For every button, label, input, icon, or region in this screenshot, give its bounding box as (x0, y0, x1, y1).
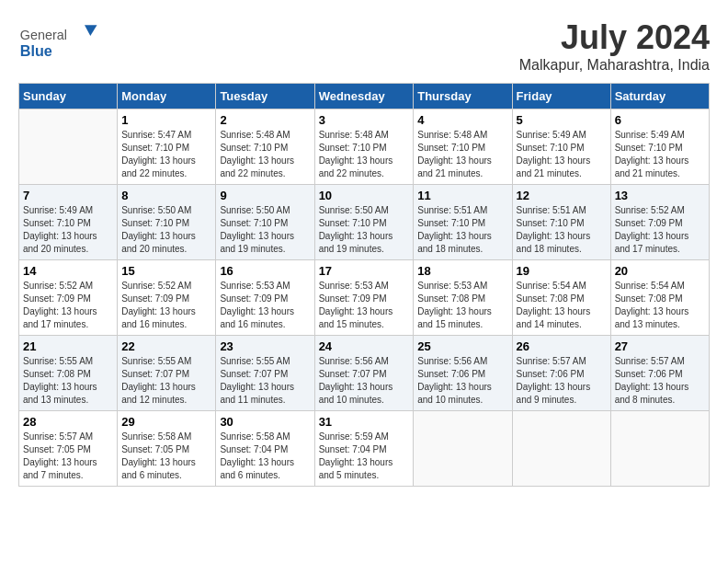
calendar-week-row: 28Sunrise: 5:57 AMSunset: 7:05 PMDayligh… (19, 411, 710, 487)
logo-svg: General Blue (18, 18, 101, 69)
calendar-cell: 25Sunrise: 5:56 AMSunset: 7:06 PMDayligh… (414, 336, 512, 411)
calendar-cell: 3Sunrise: 5:48 AMSunset: 7:10 PMDaylight… (314, 109, 414, 185)
cell-date: 18 (417, 264, 507, 278)
cell-info: Sunrise: 5:52 AMSunset: 7:09 PMDaylight:… (23, 280, 113, 331)
col-saturday: Saturday (610, 84, 709, 109)
cell-date: 9 (220, 189, 310, 202)
cell-info: Sunrise: 5:57 AMSunset: 7:06 PMDaylight:… (517, 355, 607, 407)
cell-date: 27 (615, 339, 705, 353)
calendar-cell: 26Sunrise: 5:57 AMSunset: 7:06 PMDayligh… (512, 336, 610, 411)
col-monday: Monday (118, 84, 216, 109)
calendar-cell: 18Sunrise: 5:53 AMSunset: 7:08 PMDayligh… (414, 260, 512, 336)
svg-marker-1 (85, 25, 97, 36)
cell-info: Sunrise: 5:49 AMSunset: 7:10 PMDaylight:… (615, 129, 705, 180)
cell-info: Sunrise: 5:58 AMSunset: 7:05 PMDaylight:… (121, 431, 211, 482)
cell-info: Sunrise: 5:52 AMSunset: 7:09 PMDaylight:… (615, 204, 705, 256)
cell-info: Sunrise: 5:53 AMSunset: 7:09 PMDaylight:… (319, 280, 410, 331)
calendar-cell: 8Sunrise: 5:50 AMSunset: 7:10 PMDaylight… (118, 185, 216, 260)
title-area: July 2024 Malkapur, Maharashtra, India (519, 18, 710, 74)
cell-info: Sunrise: 5:53 AMSunset: 7:08 PMDaylight:… (417, 280, 507, 331)
calendar-cell: 28Sunrise: 5:57 AMSunset: 7:05 PMDayligh… (19, 411, 118, 487)
cell-date: 30 (220, 415, 310, 429)
calendar-cell: 7Sunrise: 5:49 AMSunset: 7:10 PMDaylight… (19, 185, 118, 260)
cell-date: 20 (615, 264, 705, 278)
cell-date: 10 (319, 189, 410, 202)
col-friday: Friday (512, 84, 610, 109)
cell-date: 16 (220, 264, 310, 278)
cell-date: 29 (121, 415, 211, 429)
calendar-cell: 15Sunrise: 5:52 AMSunset: 7:09 PMDayligh… (118, 260, 216, 336)
col-sunday: Sunday (19, 84, 118, 109)
calendar-cell: 16Sunrise: 5:53 AMSunset: 7:09 PMDayligh… (216, 260, 314, 336)
cell-date: 21 (23, 339, 113, 353)
calendar-week-row: 14Sunrise: 5:52 AMSunset: 7:09 PMDayligh… (19, 260, 710, 336)
calendar-cell: 12Sunrise: 5:51 AMSunset: 7:10 PMDayligh… (512, 185, 610, 260)
cell-date: 15 (121, 264, 211, 278)
cell-info: Sunrise: 5:47 AMSunset: 7:10 PMDaylight:… (121, 129, 211, 180)
cell-info: Sunrise: 5:50 AMSunset: 7:10 PMDaylight:… (319, 204, 410, 256)
cell-date: 6 (615, 113, 705, 127)
cell-info: Sunrise: 5:54 AMSunset: 7:08 PMDaylight:… (517, 280, 607, 331)
calendar-cell: 10Sunrise: 5:50 AMSunset: 7:10 PMDayligh… (314, 185, 414, 260)
cell-info: Sunrise: 5:57 AMSunset: 7:06 PMDaylight:… (615, 355, 705, 407)
calendar: Sunday Monday Tuesday Wednesday Thursday… (18, 83, 710, 487)
cell-info: Sunrise: 5:52 AMSunset: 7:09 PMDaylight:… (121, 280, 211, 331)
col-tuesday: Tuesday (216, 84, 314, 109)
cell-date: 7 (23, 189, 113, 202)
cell-date: 11 (417, 189, 507, 202)
calendar-cell: 29Sunrise: 5:58 AMSunset: 7:05 PMDayligh… (118, 411, 216, 487)
calendar-cell: 4Sunrise: 5:48 AMSunset: 7:10 PMDaylight… (414, 109, 512, 185)
cell-date: 14 (23, 264, 113, 278)
cell-info: Sunrise: 5:55 AMSunset: 7:07 PMDaylight:… (220, 355, 310, 407)
cell-info: Sunrise: 5:48 AMSunset: 7:10 PMDaylight:… (319, 129, 410, 180)
cell-info: Sunrise: 5:57 AMSunset: 7:05 PMDaylight:… (23, 431, 113, 482)
calendar-header: Sunday Monday Tuesday Wednesday Thursday… (19, 84, 710, 109)
calendar-cell: 13Sunrise: 5:52 AMSunset: 7:09 PMDayligh… (610, 185, 709, 260)
cell-date: 12 (517, 189, 607, 202)
cell-info: Sunrise: 5:51 AMSunset: 7:10 PMDaylight:… (417, 204, 507, 256)
calendar-cell: 1Sunrise: 5:47 AMSunset: 7:10 PMDaylight… (118, 109, 216, 185)
cell-info: Sunrise: 5:51 AMSunset: 7:10 PMDaylight:… (517, 204, 607, 256)
calendar-cell: 5Sunrise: 5:49 AMSunset: 7:10 PMDaylight… (512, 109, 610, 185)
calendar-cell: 21Sunrise: 5:55 AMSunset: 7:08 PMDayligh… (19, 336, 118, 411)
col-thursday: Thursday (414, 84, 512, 109)
cell-info: Sunrise: 5:49 AMSunset: 7:10 PMDaylight:… (517, 129, 607, 180)
cell-date: 17 (319, 264, 410, 278)
cell-date: 31 (319, 415, 410, 429)
header: General Blue July 2024 Malkapur, Maharas… (18, 18, 710, 74)
cell-info: Sunrise: 5:48 AMSunset: 7:10 PMDaylight:… (417, 129, 507, 180)
cell-date: 1 (121, 113, 211, 127)
cell-date: 4 (417, 113, 507, 127)
cell-info: Sunrise: 5:55 AMSunset: 7:07 PMDaylight:… (121, 355, 211, 407)
cell-date: 23 (220, 339, 310, 353)
calendar-cell: 23Sunrise: 5:55 AMSunset: 7:07 PMDayligh… (216, 336, 314, 411)
col-wednesday: Wednesday (314, 84, 414, 109)
calendar-cell: 19Sunrise: 5:54 AMSunset: 7:08 PMDayligh… (512, 260, 610, 336)
cell-date: 13 (615, 189, 705, 202)
svg-text:Blue: Blue (20, 42, 52, 59)
cell-date: 3 (319, 113, 410, 127)
calendar-cell: 17Sunrise: 5:53 AMSunset: 7:09 PMDayligh… (314, 260, 414, 336)
cell-date: 26 (517, 339, 607, 353)
cell-date: 24 (319, 339, 410, 353)
cell-date: 25 (417, 339, 507, 353)
day-header-row: Sunday Monday Tuesday Wednesday Thursday… (19, 84, 710, 109)
calendar-cell: 2Sunrise: 5:48 AMSunset: 7:10 PMDaylight… (216, 109, 314, 185)
cell-info: Sunrise: 5:48 AMSunset: 7:10 PMDaylight:… (220, 129, 310, 180)
calendar-cell: 24Sunrise: 5:56 AMSunset: 7:07 PMDayligh… (314, 336, 414, 411)
calendar-cell: 22Sunrise: 5:55 AMSunset: 7:07 PMDayligh… (118, 336, 216, 411)
calendar-cell (19, 109, 118, 185)
calendar-week-row: 1Sunrise: 5:47 AMSunset: 7:10 PMDaylight… (19, 109, 710, 185)
cell-date: 2 (220, 113, 310, 127)
calendar-cell: 14Sunrise: 5:52 AMSunset: 7:09 PMDayligh… (19, 260, 118, 336)
calendar-cell: 11Sunrise: 5:51 AMSunset: 7:10 PMDayligh… (414, 185, 512, 260)
calendar-cell: 31Sunrise: 5:59 AMSunset: 7:04 PMDayligh… (314, 411, 414, 487)
cell-info: Sunrise: 5:53 AMSunset: 7:09 PMDaylight:… (220, 280, 310, 331)
cell-date: 5 (517, 113, 607, 127)
cell-info: Sunrise: 5:55 AMSunset: 7:08 PMDaylight:… (23, 355, 113, 407)
cell-date: 8 (121, 189, 211, 202)
calendar-cell: 27Sunrise: 5:57 AMSunset: 7:06 PMDayligh… (610, 336, 709, 411)
location: Malkapur, Maharashtra, India (519, 57, 710, 74)
calendar-cell: 30Sunrise: 5:58 AMSunset: 7:04 PMDayligh… (216, 411, 314, 487)
cell-info: Sunrise: 5:56 AMSunset: 7:07 PMDaylight:… (319, 355, 410, 407)
